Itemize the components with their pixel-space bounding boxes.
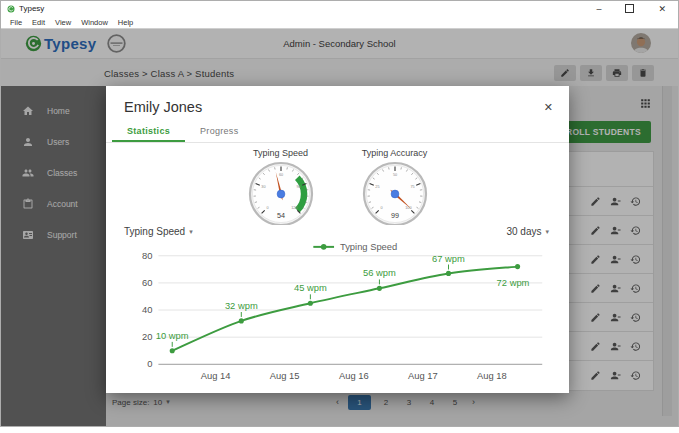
svg-text:30: 30 xyxy=(261,185,265,189)
svg-text:Aug 17: Aug 17 xyxy=(408,371,438,381)
gauge-typing-accuracy: Typing Accuracy 025507510099 xyxy=(339,148,451,225)
gauges-row: Typing Speed 030609012054 Typing Accurac… xyxy=(106,148,569,225)
svg-text:Aug 14: Aug 14 xyxy=(201,371,231,381)
gauge-dial: 025507510099 xyxy=(360,161,430,225)
menu-file[interactable]: File xyxy=(5,18,27,27)
metric-select-value: Typing Speed xyxy=(124,226,185,237)
caret-down-icon: ▾ xyxy=(545,228,549,236)
close-window-button[interactable]: ✕ xyxy=(658,4,666,14)
app-icon xyxy=(7,5,15,13)
svg-text:Aug 18: Aug 18 xyxy=(477,371,507,381)
svg-text:75: 75 xyxy=(410,185,414,189)
svg-text:40: 40 xyxy=(142,305,152,315)
svg-text:0: 0 xyxy=(147,359,152,369)
svg-text:90: 90 xyxy=(296,185,300,189)
student-details-modal: Emily Jones ✕ StatisticsProgress Typing … xyxy=(106,86,569,393)
svg-text:60: 60 xyxy=(278,173,282,177)
range-select[interactable]: 30 days ▾ xyxy=(506,226,549,237)
svg-text:45 wpm: 45 wpm xyxy=(294,283,327,293)
menu-edit[interactable]: Edit xyxy=(27,18,50,27)
tab-statistics[interactable]: Statistics xyxy=(112,121,185,142)
modal-close-button[interactable]: ✕ xyxy=(544,101,553,114)
caret-down-icon: ▾ xyxy=(189,228,193,236)
modal-title: Emily Jones xyxy=(124,99,202,115)
app-window: Typesy – ✕ FileEditViewWindowHelp Typesy… xyxy=(0,0,679,427)
modal-header: Emily Jones ✕ xyxy=(106,86,569,115)
svg-text:0: 0 xyxy=(266,206,268,210)
titlebar: Typesy – ✕ xyxy=(1,1,678,16)
maximize-button[interactable] xyxy=(625,4,634,13)
svg-text:Aug 15: Aug 15 xyxy=(270,371,300,381)
svg-text:20: 20 xyxy=(142,332,152,342)
menu-bar: FileEditViewWindowHelp xyxy=(1,16,678,29)
window-title: Typesy xyxy=(19,4,44,13)
svg-text:54: 54 xyxy=(277,211,285,220)
menu-view[interactable]: View xyxy=(50,18,76,27)
svg-text:60: 60 xyxy=(142,278,152,288)
gauge-label: Typing Accuracy xyxy=(339,148,451,158)
svg-text:72 wpm: 72 wpm xyxy=(497,278,530,288)
gauge-dial: 030609012054 xyxy=(246,161,316,225)
svg-text:25: 25 xyxy=(375,185,379,189)
menu-help[interactable]: Help xyxy=(113,18,138,27)
menu-window[interactable]: Window xyxy=(76,18,113,27)
svg-text:Typing Speed: Typing Speed xyxy=(340,242,397,252)
range-select-value: 30 days xyxy=(506,226,541,237)
svg-text:32 wpm: 32 wpm xyxy=(225,301,258,311)
svg-text:50: 50 xyxy=(392,173,396,177)
chart-controls: Typing Speed ▾ 30 days ▾ xyxy=(106,225,569,237)
svg-text:120: 120 xyxy=(291,206,297,210)
svg-text:67 wpm: 67 wpm xyxy=(432,254,465,264)
gauge-typing-speed: Typing Speed 030609012054 xyxy=(225,148,337,225)
modal-tabs: StatisticsProgress xyxy=(106,121,569,143)
svg-text:56 wpm: 56 wpm xyxy=(363,268,396,278)
svg-text:10 wpm: 10 wpm xyxy=(156,331,189,341)
metric-select[interactable]: Typing Speed ▾ xyxy=(124,226,193,237)
svg-text:99: 99 xyxy=(391,211,399,220)
svg-text:0: 0 xyxy=(380,206,382,210)
gauge-label: Typing Speed xyxy=(225,148,337,158)
svg-text:80: 80 xyxy=(142,251,152,261)
svg-text:Aug 16: Aug 16 xyxy=(339,371,369,381)
tab-progress[interactable]: Progress xyxy=(185,121,253,142)
minimize-button[interactable]: – xyxy=(596,4,601,14)
typing-speed-chart: 020406080Aug 14Aug 15Aug 16Aug 17Aug 181… xyxy=(122,238,553,386)
